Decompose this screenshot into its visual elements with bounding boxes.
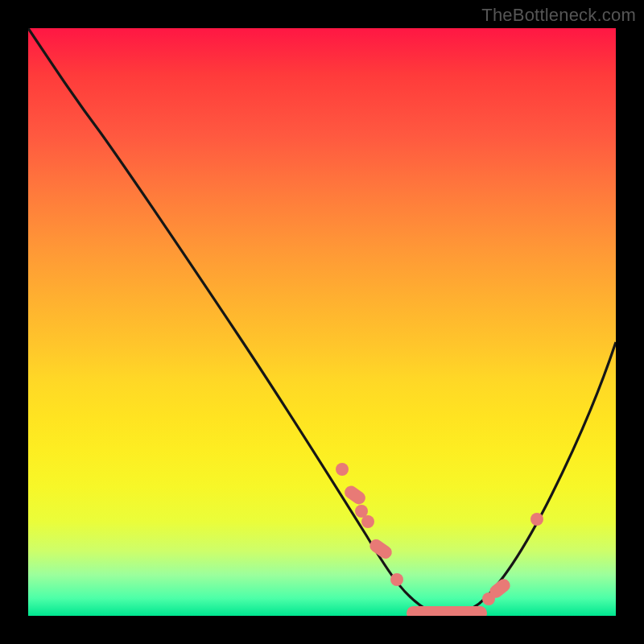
data-marker (390, 573, 403, 586)
data-marker-valley (407, 606, 487, 616)
data-marker (336, 463, 349, 476)
data-marker (361, 515, 374, 528)
series-curve (28, 28, 616, 615)
data-marker (530, 513, 543, 526)
curve-svg (28, 28, 616, 616)
chart-background (28, 28, 616, 616)
watermark: TheBottleneck.com (481, 5, 636, 26)
